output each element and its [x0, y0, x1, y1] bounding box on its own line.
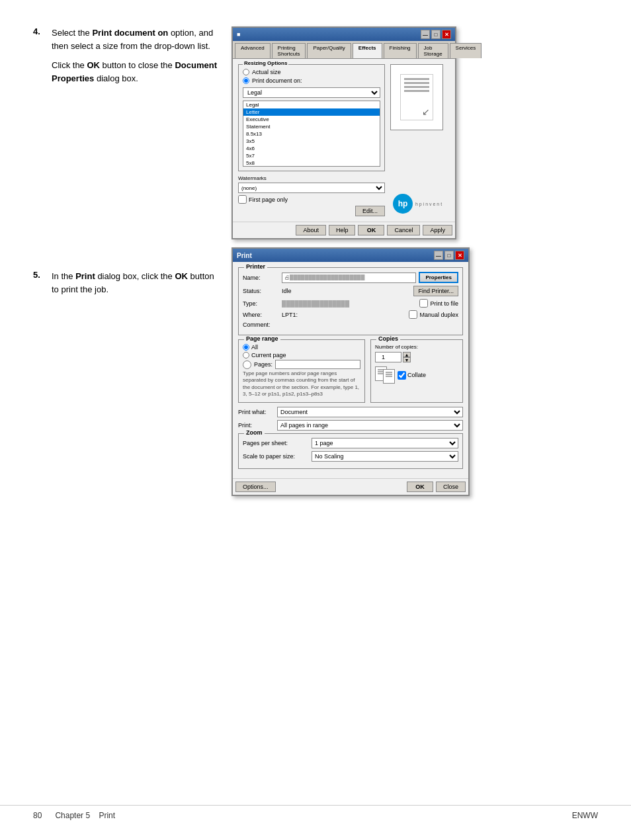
size-5x8[interactable]: 5x8: [243, 159, 380, 167]
num-copies-label: Number of copies:: [375, 344, 458, 350]
status-row: Status: Idle Find Printer...: [243, 286, 458, 296]
close-button-2[interactable]: Close: [436, 482, 466, 492]
page-range-section: Page range All Current page: [238, 339, 365, 403]
resizing-options-label: Resizing Options: [243, 60, 288, 66]
dialog2-titlebar-buttons: — □ ✕: [434, 251, 464, 260]
print-what-dropdown[interactable]: Document: [277, 407, 463, 417]
ok-button-2[interactable]: OK: [407, 482, 433, 492]
all-radio[interactable]: All: [243, 344, 360, 351]
printer-name-input[interactable]: 🖨 ████████████████████: [282, 273, 416, 283]
close-button[interactable]: ✕: [442, 30, 451, 39]
copies-up[interactable]: ▲: [403, 352, 411, 357]
collate-checkbox[interactable]: [398, 371, 406, 380]
tab-advanced[interactable]: Advanced: [235, 43, 271, 58]
size-3x5[interactable]: 3x5: [243, 138, 380, 145]
type-label: Type:: [243, 300, 279, 307]
pages-per-sheet-label: Pages per sheet:: [243, 440, 309, 446]
copies-down[interactable]: ▼: [403, 357, 411, 362]
tab-services[interactable]: Services: [450, 43, 482, 58]
size-85x13[interactable]: 8.5x13: [243, 130, 380, 138]
print-document-on-radio[interactable]: Print document on:: [243, 77, 380, 84]
pages-input[interactable]: [275, 360, 360, 369]
print-to-file-checkbox[interactable]: [419, 299, 428, 308]
options-button[interactable]: Options...: [235, 482, 276, 492]
dialog2-restore[interactable]: □: [444, 251, 454, 260]
tab-finishing[interactable]: Finishing: [384, 43, 417, 58]
manual-duplex-row: Manual duplex: [409, 310, 458, 319]
tab-paper-quality[interactable]: Paper/Quality: [307, 43, 351, 58]
pages-radio-row: Pages:: [243, 360, 360, 369]
step-4-bold2: OK: [87, 60, 100, 70]
main-content: 4. Select the Print document on option, …: [33, 26, 598, 496]
preview-arrow-icon: ↙: [422, 106, 430, 117]
dialog1-title: ■: [237, 31, 240, 38]
pages-radio[interactable]: [243, 360, 251, 369]
step-4-bold3: Document Properties: [52, 60, 217, 83]
dialog1-body: Resizing Options Actual size Print docum…: [233, 59, 455, 222]
edit-button[interactable]: Edit...: [355, 206, 385, 216]
print-dropdown[interactable]: All pages in range: [277, 420, 463, 431]
hp-logo-area: hp h p i n v e n t: [390, 191, 450, 216]
actual-size-radio[interactable]: Actual size: [243, 69, 380, 75]
where-value: LPT1:: [282, 312, 406, 318]
size-legal[interactable]: Legal: [243, 101, 380, 108]
dialog2-close[interactable]: ✕: [455, 251, 464, 260]
footer-left: 80 Chapter 5 Print: [33, 811, 115, 820]
cancel-button-1[interactable]: Cancel: [387, 225, 420, 235]
size-statement[interactable]: Statement: [243, 123, 380, 130]
ok-button-1[interactable]: OK: [358, 225, 384, 235]
range-copies-row: Page range All Current page: [238, 339, 463, 407]
step-4-header: 4. Select the Print document on option, …: [33, 26, 218, 85]
tab-job-storage[interactable]: Job Storage: [418, 43, 448, 58]
manual-duplex-checkbox[interactable]: [409, 310, 417, 319]
print-what-section: Print what: Document Print: All pages in…: [238, 407, 463, 431]
tab-printing-shortcuts[interactable]: Printing Shortcuts: [272, 43, 306, 58]
watermarks-dropdown[interactable]: (none): [238, 183, 385, 193]
step-5-header: 5. In the Print dialog box, click the OK…: [33, 270, 218, 296]
edit-btn-row: Edit...: [238, 206, 385, 216]
minimize-button[interactable]: —: [421, 30, 430, 39]
hp-text: h p i n v e n t: [415, 202, 442, 206]
apply-button[interactable]: Apply: [423, 225, 452, 235]
scale-label: Scale to paper size:: [243, 453, 309, 460]
step-4-number: 4.: [33, 26, 45, 36]
first-page-only-checkbox[interactable]: First page only: [238, 195, 385, 204]
printer-section: Printer Name: 🖨 ████████████████████ Pro…: [238, 267, 463, 335]
preview-line-1: [404, 78, 429, 80]
current-page-radio[interactable]: Current page: [243, 352, 360, 358]
pages-per-sheet-dropdown[interactable]: 1 page: [312, 438, 458, 448]
properties-button[interactable]: Properties: [419, 272, 458, 283]
printer-name-row: Name: 🖨 ████████████████████ Properties: [243, 272, 458, 283]
type-row: Type: ████████████████ Print to file: [243, 299, 458, 308]
step-4-secondary: Click the OK button to close the Documen…: [52, 59, 218, 85]
size-5x7[interactable]: 5x7: [243, 152, 380, 159]
step-5-block: 5. In the Print dialog box, click the OK…: [33, 270, 218, 296]
step-5-main: In the Print dialog box, click the OK bu…: [52, 270, 218, 296]
ok-close-buttons: OK Close: [407, 482, 466, 492]
print-to-file-row: Print to file: [419, 299, 458, 308]
hp-logo: hp: [393, 194, 413, 214]
watermarks-row: (none): [238, 183, 385, 193]
manual-duplex-label: Manual duplex: [419, 312, 458, 318]
page-number: 80: [33, 811, 42, 820]
scale-dropdown[interactable]: No Scaling: [312, 451, 458, 462]
dialog1-tabs: Advanced Printing Shortcuts Paper/Qualit…: [233, 41, 455, 59]
page-range-title: Page range: [244, 335, 280, 342]
dialog2-minimize[interactable]: —: [434, 251, 443, 260]
copies-input[interactable]: [375, 352, 401, 362]
tab-effects[interactable]: Effects: [353, 43, 382, 58]
about-button[interactable]: About: [296, 225, 326, 235]
help-button[interactable]: Help: [329, 225, 356, 235]
restore-button[interactable]: □: [431, 30, 441, 39]
step-4-bold1: Print document on: [92, 28, 168, 38]
size-letter[interactable]: Letter: [243, 108, 380, 116]
size-dropdown[interactable]: Legal: [243, 87, 380, 98]
preview-line-2: [404, 82, 429, 84]
find-printer-button[interactable]: Find Printer...: [413, 286, 458, 296]
zoom-section-title: Zoom: [244, 429, 265, 436]
size-executive[interactable]: Executive: [243, 116, 380, 123]
comment-label: Comment:: [243, 321, 279, 328]
dialog1-left: Resizing Options Actual size Print docum…: [238, 64, 385, 216]
size-4x6[interactable]: 4x6: [243, 145, 380, 152]
step-5-bold1: Print: [75, 271, 95, 281]
